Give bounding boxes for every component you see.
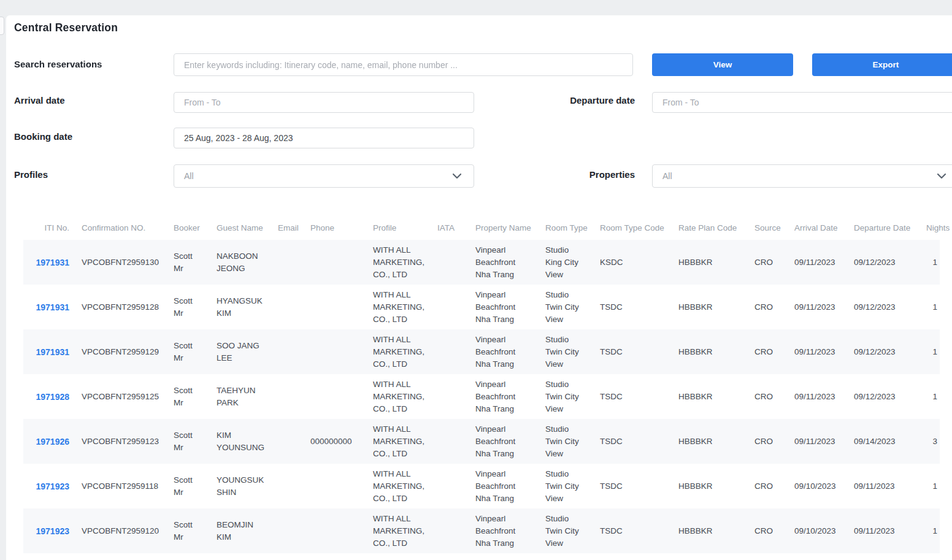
cell-source: CRO: [748, 329, 789, 374]
table-row: WITH ALL MARKETING, CO., LTD Vinpearl Be…: [23, 553, 940, 560]
cell-guest-name: HYANGSUK KIM: [212, 285, 273, 329]
iti-link[interactable]: 1971931: [36, 256, 69, 269]
cell-confirmation-no: VPCOBFNT2959130: [72, 240, 166, 285]
cell-phone: [305, 508, 367, 553]
cell-profile: WITH ALL MARKETING, CO., LTD: [367, 285, 432, 329]
cell-arrival-date: [789, 553, 848, 560]
cell-iata: [432, 374, 469, 419]
iti-link[interactable]: 1971928: [36, 391, 69, 403]
iti-link[interactable]: 1971931: [36, 301, 69, 313]
column-header: Booker: [166, 216, 212, 240]
departure-date-input[interactable]: [652, 92, 952, 113]
cell-departure-date: 09/11/2023: [848, 464, 920, 508]
cell-email: [273, 508, 305, 553]
table-row: 1971923 VPCOBFNT2959120 Scott Mr BEOMJIN…: [23, 508, 940, 553]
column-header: Room Type Code: [595, 216, 674, 240]
profiles-select[interactable]: All: [174, 164, 474, 188]
export-button[interactable]: Export: [812, 53, 952, 76]
cell-phone: [305, 553, 367, 560]
cell-room-type: Studio Twin City View: [540, 464, 595, 508]
cell-departure-date: 09/12/2023: [848, 285, 920, 329]
column-header: ITI No.: [23, 216, 72, 240]
cell-guest-name: SOO JANG LEE: [212, 329, 273, 374]
cell-booker: Scott Mr: [166, 508, 212, 553]
cell-arrival-date: 09/11/2023: [789, 240, 848, 285]
cell-rate-plan-code: HBBBKR: [674, 419, 748, 464]
cell-room-type-code: KSDC: [595, 240, 674, 285]
cell-phone: [305, 285, 367, 329]
cell-arrival-date: 09/10/2023: [789, 464, 848, 508]
cell-room-type: Studio Twin City View: [540, 329, 595, 374]
cell-property-name: Vinpearl Beachfront Nha Trang: [469, 374, 540, 419]
sidebar-toggle[interactable]: [0, 17, 4, 35]
cell-nights: 1: [920, 240, 940, 285]
search-label: Search reservations: [14, 59, 102, 69]
cell-profile: WITH ALL MARKETING, CO., LTD: [367, 464, 432, 508]
cell-booker: Scott Mr: [166, 285, 212, 329]
departure-date-label: Departure date: [552, 95, 635, 105]
column-header: Profile: [367, 216, 432, 240]
cell-room-type: Studio Twin City View: [540, 374, 595, 419]
cell-guest-name: KIM YOUNSUNG: [212, 419, 273, 464]
properties-label: Properties: [552, 169, 635, 180]
properties-select[interactable]: All: [652, 164, 952, 188]
column-header: Confirmation NO.: [72, 216, 166, 240]
column-header: Phone: [305, 216, 367, 240]
table-row: 1971926 VPCOBFNT2959123 Scott Mr KIM YOU…: [23, 419, 940, 464]
cell-room-type: Studio Twin City View: [540, 285, 595, 329]
table-row: 1971931 VPCOBFNT2959130 Scott Mr NAKBOON…: [23, 240, 940, 285]
cell-room-type-code: TSDC: [595, 374, 674, 419]
column-header: Rate Plan Code: [674, 216, 748, 240]
column-header: Arrival Date: [789, 216, 848, 240]
central-reservation-panel: Central Reservation Search reservations …: [6, 15, 952, 560]
search-input[interactable]: [174, 53, 633, 76]
column-header: Room Type: [540, 216, 595, 240]
cell-source: CRO: [748, 508, 789, 553]
chevron-down-icon: [937, 173, 946, 179]
cell-booker: Scott Mr: [166, 329, 212, 374]
cell-guest-name: YOUNGSUK SHIN: [212, 464, 273, 508]
cell-profile: WITH ALL MARKETING, CO., LTD: [367, 240, 432, 285]
cell-confirmation-no: [72, 553, 166, 560]
view-button[interactable]: View: [652, 53, 793, 76]
cell-iata: [432, 240, 469, 285]
iti-link[interactable]: 1971923: [36, 525, 69, 537]
cell-phone: [305, 374, 367, 419]
cell-nights: 1: [920, 374, 940, 419]
booking-date-input[interactable]: [174, 128, 474, 148]
iti-link[interactable]: 1971923: [36, 480, 69, 493]
arrival-date-input[interactable]: [174, 92, 474, 113]
iti-link[interactable]: 1971926: [36, 435, 69, 448]
cell-nights: [920, 553, 940, 560]
cell-room-type: Studio Twin City View: [540, 508, 595, 553]
cell-guest-name: TAEHYUN PARK: [212, 374, 273, 419]
cell-confirmation-no: VPCOBFNT2959128: [72, 285, 166, 329]
cell-property-name: Vinpearl Beachfront Nha Trang: [469, 508, 540, 553]
iti-link[interactable]: 1971931: [36, 346, 69, 358]
cell-room-type: Studio King City View: [540, 240, 595, 285]
cell-source: CRO: [748, 285, 789, 329]
cell-departure-date: 09/11/2023: [848, 508, 920, 553]
cell-email: [273, 419, 305, 464]
table-body: 1971931 VPCOBFNT2959130 Scott Mr NAKBOON…: [23, 240, 940, 560]
cell-rate-plan-code: HBBBKR: [674, 329, 748, 374]
cell-iata: [432, 464, 469, 508]
cell-room-type-code: TSDC: [595, 329, 674, 374]
cell-departure-date: 09/14/2023: [848, 419, 920, 464]
cell-iata: [432, 508, 469, 553]
table-row: 1971931 VPCOBFNT2959129 Scott Mr SOO JAN…: [23, 329, 940, 374]
cell-source: CRO: [748, 419, 789, 464]
table-row: 1971923 VPCOBFNT2959118 Scott Mr YOUNGSU…: [23, 464, 940, 508]
cell-profile: WITH ALL MARKETING, CO., LTD: [367, 553, 432, 560]
cell-room-type-code: TSDC: [595, 419, 674, 464]
cell-booker: Scott Mr: [166, 240, 212, 285]
arrival-date-label: Arrival date: [14, 95, 65, 105]
page-title: Central Reservation: [14, 21, 118, 34]
cell-arrival-date: 09/11/2023: [789, 285, 848, 329]
cell-guest-name: NAKBOON JEONG: [212, 240, 273, 285]
cell-property-name: Vinpearl Beachfront Nha Trang: [469, 464, 540, 508]
cell-source: [748, 553, 789, 560]
cell-rate-plan-code: HBBBKR: [674, 508, 748, 553]
cell-guest-name: BEOMJIN KIM: [212, 508, 273, 553]
cell-source: CRO: [748, 464, 789, 508]
